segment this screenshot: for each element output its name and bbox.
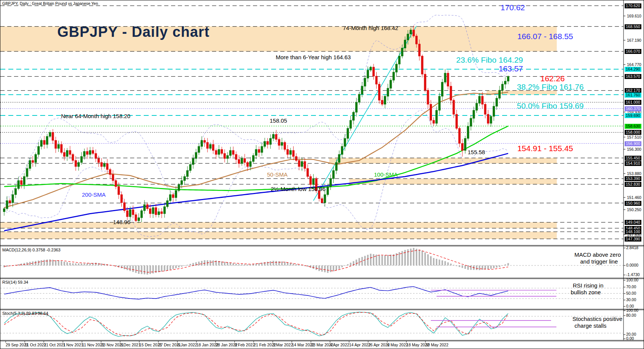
stoch-indicator-label: Stoch(5,3,3) 89.83 88.64 xyxy=(2,311,48,316)
rsi-axis-30.00: 30.00 xyxy=(626,298,636,302)
annotation-8: 50.0% Fibo 159.69 xyxy=(517,102,584,110)
stoch-axis-100.00: 100.00 xyxy=(626,308,638,313)
price-tick-156.300: 156.300 xyxy=(626,147,642,152)
symbol-title: GBPJPY, Daily : Great Britain Pound vs J… xyxy=(2,2,98,6)
price-level-153.390: 153.390 xyxy=(625,176,641,181)
date-label: 14 Apr 2022 xyxy=(349,343,371,347)
date-label: 3 Mar 2022 xyxy=(273,343,293,347)
date-label: 6 Jan 2022 xyxy=(177,343,197,347)
price-level-148.100: 148.100 xyxy=(625,229,641,234)
annotation-2: 166.07 - 168.55 xyxy=(517,32,573,41)
annotation-1: 74-Month high 168.42 xyxy=(343,25,398,31)
price-level-166.070: 166.070 xyxy=(625,49,641,54)
annotation-10: 158.05 xyxy=(270,118,287,124)
date-label: 4 Apr 2022 xyxy=(330,343,349,347)
macd-axis--1.4730: -1.4730 xyxy=(626,273,640,277)
price-level-158.630: 158.630 xyxy=(625,124,641,129)
price-level-155.450: 155.450 xyxy=(625,156,641,161)
macd-indicator-label: MACD(12,26,9) 0.3758 -0.2363 xyxy=(2,248,60,253)
annotation-19: and trigger line xyxy=(580,259,618,265)
annotation-20: RSI rising in xyxy=(573,283,603,289)
price-level-163.570: 163.570 xyxy=(625,74,641,79)
annotation-7: 38.2% Fibo 161.76 xyxy=(517,83,584,91)
macd-axis-2.8418: 2.8418 xyxy=(626,246,638,250)
annotation-4: 23.6% Fibo 164.29 xyxy=(456,56,523,64)
price-tick-153.880: 153.880 xyxy=(626,171,642,176)
date-label: 26 Apr 2022 xyxy=(368,343,390,347)
date-label: 28 Jan 2022 xyxy=(215,343,237,347)
annotation-11: 155.58 xyxy=(468,149,485,155)
price-level-149.040: 149.040 xyxy=(625,220,641,225)
price-level-147.390: 147.390 xyxy=(625,237,641,242)
date-label: 3 Dec 2021 xyxy=(120,343,141,347)
date-label: 9 Feb 2022 xyxy=(235,343,255,347)
date-label: 11 Oct 2021 xyxy=(25,343,46,347)
price-level-159.690: 159.690 xyxy=(625,113,641,118)
date-label: 6 May 2022 xyxy=(387,343,408,347)
annotation-15: 200-SMA xyxy=(82,192,106,198)
date-label: 21 Oct 2021 xyxy=(44,343,66,347)
annotation-23: charge stalls xyxy=(575,323,606,329)
date-label: 18 Jan 2022 xyxy=(196,343,218,347)
annotation-0: 170.62 xyxy=(501,3,525,12)
chart-window: 169.610167.190164.770159.930157.510156.3… xyxy=(0,0,644,349)
price-tick-151.460: 151.460 xyxy=(626,195,642,200)
annotation-17: 148.96 xyxy=(113,219,130,225)
annotation-22: Stochastics positive xyxy=(572,316,622,322)
date-label: 1 Nov 2021 xyxy=(63,343,83,347)
price-level-154.910: 154.910 xyxy=(625,161,641,166)
price-level-161.000: 161.000 xyxy=(625,100,641,105)
price-level-170.620: 170.620 xyxy=(625,3,641,8)
price-tick-150.250: 150.250 xyxy=(626,207,642,212)
stoch-axis-80.00: 80.00 xyxy=(626,313,636,317)
annotation-9: Near 64-Month high 158.20 xyxy=(61,113,130,119)
annotation-6: 162.26 xyxy=(540,74,565,83)
annotation-3: More than 6-Year high 164.63 xyxy=(276,54,351,60)
annotation-14: 100-SMA xyxy=(374,172,398,178)
price-tick-157.510: 157.510 xyxy=(626,135,642,140)
rsi-axis-50.00: 50.00 xyxy=(626,291,636,295)
price-tick-169.610: 169.610 xyxy=(626,14,642,19)
rsi-axis-70.00: 70.00 xyxy=(626,285,636,289)
chart-canvas[interactable] xyxy=(0,0,644,349)
rsi-indicator-label: RSI(14) 59.34 xyxy=(2,280,28,285)
stoch-axis-0.00: 0.00 xyxy=(626,336,634,341)
annotation-5: 163.57 xyxy=(499,65,523,73)
price-level-160.370: 160.370 xyxy=(625,106,641,111)
macd-axis-0.0000: 0.0000 xyxy=(626,263,638,267)
date-label: 30 May 2022 xyxy=(426,343,449,347)
annotation-21: bullish zone xyxy=(571,289,601,295)
annotation-16: 2½-Month low 150.96 xyxy=(271,186,325,192)
annotation-18: MACD above zero xyxy=(574,252,621,258)
price-level-168.550: 168.550 xyxy=(625,24,641,29)
rsi-axis-100.00: 100.00 xyxy=(626,278,638,282)
price-level-164.290: 164.290 xyxy=(625,67,641,72)
annotation-13: 50-SMA xyxy=(267,172,287,178)
price-level-158.000: 158.000 xyxy=(625,130,641,135)
price-level-156.900: 156.900 xyxy=(625,141,641,146)
price-level-152.830: 152.830 xyxy=(625,182,641,187)
annotation-12: 154.91 - 155.45 xyxy=(517,144,573,153)
chart-title: GBPJPY - Daily chart xyxy=(57,25,210,40)
price-level-161.760: 161.760 xyxy=(625,93,641,98)
price-tick-167.190: 167.190 xyxy=(626,38,642,43)
price-level-150.960: 150.960 xyxy=(625,201,641,206)
